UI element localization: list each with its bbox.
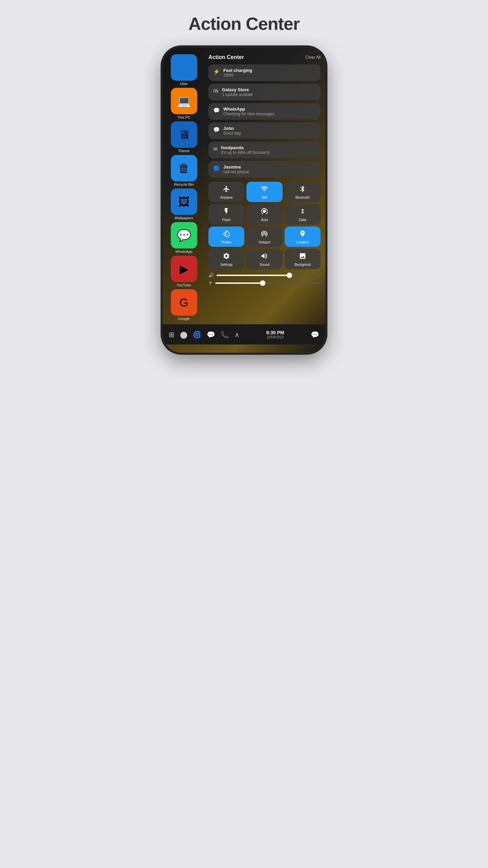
notif-content: John Good day [223, 126, 241, 136]
toggle-label: Settings [220, 263, 232, 267]
toggle-auto[interactable]: Auto [246, 204, 282, 224]
app-icon-image: 👤 [171, 54, 197, 81]
panel-title: Action Center [208, 54, 244, 60]
toggle-label: Flash [222, 218, 230, 222]
app-icon-label: Google [178, 317, 190, 321]
notif-app-icon: 💬 [213, 107, 220, 114]
notif-app-name: Jasmine [223, 164, 249, 170]
toggle-label: Hotspot [259, 240, 270, 244]
notification-icon[interactable]: 💬 [311, 331, 319, 339]
notif-app-icon: ⚡ [213, 68, 220, 75]
taskbar-right: 💬 [311, 331, 319, 339]
toggle-icon-location [299, 230, 306, 239]
notification-card[interactable]: ⚡ Fast charging 100% [208, 64, 321, 81]
toggle-settings[interactable]: Settings [208, 249, 244, 269]
app-icon-this-pc[interactable]: 💻 This PC [169, 88, 199, 119]
toggle-label: Bluetooth [296, 196, 310, 199]
multitask-icon[interactable]: ⊞ [169, 331, 175, 339]
toggle-icon-bluetooth [299, 185, 306, 194]
app-icon-label: Recycle Bin [174, 182, 194, 186]
toggle-location[interactable]: Location [285, 226, 321, 247]
notif-content: Jasmine call me please [223, 164, 249, 174]
slider-fill [217, 275, 289, 276]
notification-card[interactable]: 🔵 Jasmine call me please [208, 161, 321, 178]
notif-content: Galaxy Store 1 update availale [222, 87, 253, 97]
notif-app-icon: ✉ [213, 146, 218, 152]
toggle-icon-hotspot [261, 230, 268, 239]
toggle-data[interactable]: Data [285, 204, 321, 224]
phone-frame: 👤 User 💻 This PC 🖥 Theme 🗑 Recycle Bin 🖼… [163, 47, 325, 353]
messages-icon[interactable]: 💬 [207, 331, 215, 339]
toggle-backgrond[interactable]: Backgrond [285, 249, 321, 269]
slider-thumb[interactable] [287, 273, 292, 278]
app-sidebar: 👤 User 💻 This PC 🖥 Theme 🗑 Recycle Bin 🖼… [163, 47, 205, 324]
app-icon-label: YouTube [177, 283, 191, 287]
notif-app-name: Galaxy Store [222, 87, 253, 92]
volume-track[interactable] [217, 275, 321, 276]
app-icon-image: 💬 [171, 222, 197, 249]
notif-app-icon: 🛍 [213, 88, 219, 94]
toggles-section: Airplane Wifi Bluetooth Flash Auto Data … [208, 182, 321, 269]
notif-app-name: WhatsApp [223, 106, 274, 112]
sliders-section: 🔊 ☀ [208, 269, 321, 288]
toggle-icon-sound [261, 252, 268, 261]
clear-all-button[interactable]: Clear All [305, 55, 321, 60]
app-icon-label: This PC [177, 115, 190, 119]
toggle-sound[interactable]: Sound [246, 249, 282, 269]
home-icon[interactable]: ⬤ [180, 331, 187, 339]
app-icon-image: ▶ [171, 256, 197, 282]
notif-content: Fast charging 100% [223, 68, 252, 78]
phone-icon[interactable]: 📞 [221, 331, 229, 339]
notif-content: foodpanda It's up to 49% off Domino's! [221, 145, 270, 155]
app-icon-theme[interactable]: 🖥 Theme [169, 121, 199, 153]
browser-icon[interactable]: 🌀 [193, 331, 201, 339]
toggle-label: Location [296, 240, 309, 244]
notif-message: Good day [223, 131, 241, 136]
app-icon-wallpapers[interactable]: 🖼 Wallpapers [169, 189, 199, 220]
up-arrow-icon[interactable]: ∧ [235, 331, 240, 339]
toggle-icon-rotate [223, 230, 230, 239]
toggle-rotate[interactable]: Rotate [208, 226, 244, 247]
app-icon-label: Wallpapers [175, 216, 193, 220]
taskbar-time: 9:30 PM 15/04/2023 [266, 330, 284, 339]
app-icon-image: G [171, 289, 197, 316]
toggle-label: Wifi [262, 196, 267, 199]
brightness-track[interactable] [215, 282, 321, 284]
app-icon-image: 💻 [171, 88, 197, 114]
app-icon-image: 🖼 [171, 189, 197, 215]
volume-slider-row: 🔊 [208, 273, 321, 278]
toggle-icon-airplane [223, 185, 230, 194]
volume-icon: 🔊 [208, 273, 214, 278]
toggle-icon-wifi [261, 185, 268, 194]
toggle-airplane[interactable]: Airplane [208, 182, 244, 202]
app-icon-label: Theme [178, 149, 189, 153]
toggle-hotspot[interactable]: Hotspot [246, 226, 282, 247]
notification-card[interactable]: 💬 John Good day [208, 122, 321, 139]
app-icon-recycle-bin[interactable]: 🗑 Recycle Bin [169, 155, 199, 186]
toggle-wifi[interactable]: Wifi [246, 182, 282, 202]
toggle-flash[interactable]: Flash [208, 204, 244, 224]
date: 15/04/2023 [267, 335, 284, 339]
notif-message: 1 update availale [222, 92, 253, 97]
page-title: Action Center [188, 14, 300, 34]
action-panel: Action Center Clear All ⚡ Fast charging … [205, 47, 325, 324]
notification-card[interactable]: 🛍 Galaxy Store 1 update availale [208, 84, 321, 100]
taskbar: ⊞ ⬤ 🌀 💬 📞 ∧ 9:30 PM 15/04/2023 💬 [163, 324, 325, 344]
notification-card[interactable]: 💬 WhatsApp Checking for new messages [208, 103, 321, 120]
toggle-icon-auto [261, 208, 268, 217]
notif-app-icon: 💬 [213, 126, 220, 133]
app-icon-google[interactable]: G Google [169, 289, 199, 321]
app-icon-youtube[interactable]: ▶ YouTube [169, 256, 199, 287]
toggle-label: Sound [260, 263, 269, 267]
toggle-label: Auto [261, 218, 268, 222]
toggle-bluetooth[interactable]: Bluetooth [285, 182, 321, 202]
taskbar-left: ⊞ ⬤ 🌀 💬 📞 ∧ [169, 331, 240, 339]
notification-card[interactable]: ✉ foodpanda It's up to 49% off Domino's! [208, 142, 321, 158]
app-icon-user[interactable]: 👤 User [169, 54, 199, 86]
brightness-slider-row: ☀ [208, 280, 321, 285]
notif-message: 100% [223, 73, 252, 78]
slider-thumb[interactable] [260, 280, 265, 286]
app-icon-whatsapp[interactable]: 💬 WhatsApp [169, 222, 199, 254]
toggle-icon-flash [223, 208, 230, 217]
toggle-label: Airplane [220, 196, 233, 199]
